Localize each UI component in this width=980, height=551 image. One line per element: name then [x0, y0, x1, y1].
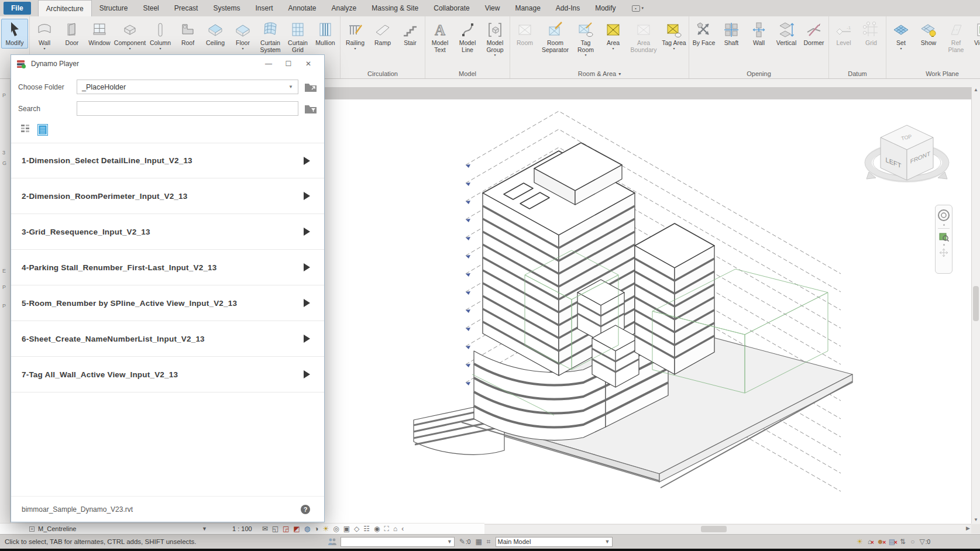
dynamo-title-bar[interactable]: Dynamo Player — ☐ ✕ [11, 55, 324, 73]
house-x-icon[interactable]: ⌂✕ [868, 538, 872, 545]
script-row-1[interactable]: 1-Dimension_Select DetailLine_Input_V2_1… [11, 143, 324, 178]
crop-region-icon[interactable]: ◱ [272, 525, 278, 532]
tool-curtain-grid[interactable]: Curtain Grid [284, 19, 311, 55]
navbar-menu-dot-2[interactable] [943, 244, 945, 246]
play-script-button[interactable] [304, 299, 310, 307]
menu-tab-massing-site[interactable]: Massing & Site [364, 0, 426, 16]
tool-ramp[interactable]: Ramp [369, 19, 396, 49]
realistic-icon[interactable]: ▣ [343, 525, 350, 532]
tool-room-separator[interactable]: Room Separator [539, 19, 572, 55]
script-row-4[interactable]: 4-Parking Stall_Renumber_First-Last_Inpu… [11, 250, 324, 285]
tool-modify[interactable]: Modify [1, 19, 28, 49]
collapse-icon[interactable]: ‹ [401, 525, 404, 532]
tool-tag-room[interactable]: Tag Room▾ [572, 19, 599, 58]
grid-view-toggle[interactable] [20, 124, 30, 136]
show-crop-icon[interactable]: ✉ [262, 525, 268, 532]
scroll-right-icon[interactable]: ▶ [966, 525, 970, 531]
tool-shaft[interactable]: Shaft [718, 19, 745, 49]
analytic-model-icon[interactable]: ⌂ [393, 525, 397, 532]
tool-set[interactable]: Set▾ [888, 19, 914, 52]
folder-dropdown[interactable]: _PlaceHolder ▼ [77, 80, 298, 94]
tool-tag-area[interactable]: Tag Area▾ [661, 19, 687, 52]
visual-style-icon[interactable]: ◇ [354, 525, 359, 532]
view-scale-button[interactable]: 1 : 100 [232, 525, 252, 532]
tool-show[interactable]: Show [915, 19, 942, 49]
link-x-icon[interactable]: ▤✕ [889, 538, 895, 545]
tool-floor[interactable]: Floor▾ [229, 19, 256, 52]
help-button[interactable]: ? [301, 505, 310, 514]
tool-by-face[interactable]: By Face [690, 19, 717, 49]
close-button[interactable]: ✕ [298, 60, 318, 68]
menu-tab-modify[interactable]: Modify [587, 0, 623, 16]
file-menu-button[interactable]: File [4, 2, 31, 15]
steering-wheel-icon[interactable] [937, 209, 950, 222]
play-script-button[interactable] [304, 157, 310, 165]
tool-model-group[interactable]: Model Group▾ [482, 19, 508, 58]
horizontal-scrollbar[interactable]: ▶ [484, 524, 971, 533]
design-options-icon[interactable]: ▦ [475, 538, 482, 545]
script-row-6[interactable]: 6-Sheet_Create_NameNumberList_Input_V2_1… [11, 321, 324, 357]
tool-ceiling[interactable]: Ceiling [202, 19, 229, 49]
filter-icon[interactable]: ▽:0 [919, 538, 930, 546]
tool-model-text[interactable]: AModel Text [427, 19, 453, 55]
ring-icon[interactable]: ○ [910, 538, 914, 545]
chevron-down-icon[interactable]: ▼ [202, 526, 215, 532]
minimize-button[interactable]: — [259, 60, 278, 68]
script-row-7[interactable]: 7-Tag All_Wall_Active View_Input_V2_13 [11, 357, 324, 392]
hide-crop-icon[interactable]: ◲ [283, 525, 289, 532]
sun-path-icon[interactable]: ☀ [322, 525, 329, 532]
play-script-button[interactable] [304, 335, 310, 343]
menu-tab-systems[interactable]: Systems [205, 0, 247, 16]
reveal-hidden-icon[interactable]: ◍ [304, 525, 310, 532]
folder-filter-icon[interactable] [304, 104, 317, 114]
tool-door[interactable]: Door [59, 19, 85, 49]
ribbon-display-toggle[interactable]: ▪ ▾ [632, 5, 644, 12]
scroll-up-icon[interactable]: ▲ [974, 87, 978, 92]
menu-tab-precast[interactable]: Precast [167, 0, 206, 16]
script-row-2[interactable]: 2-Dimension_RoomPerimeter_Input_V2_13 [11, 178, 324, 214]
editing-requests-icon[interactable]: ✎:0 [459, 538, 470, 546]
tool-wall[interactable]: Wall▾ [31, 19, 58, 52]
tool-component[interactable]: Component▾ [114, 19, 146, 52]
tool-viewer[interactable]: Viewer [970, 19, 980, 49]
play-script-button[interactable] [304, 263, 310, 271]
resize-grip[interactable] [971, 524, 980, 533]
menu-tab-annotate[interactable]: Annotate [280, 0, 324, 16]
tool-vertical[interactable]: Vertical [773, 19, 800, 49]
lighting-icon[interactable]: ◎ [333, 525, 339, 532]
exclude-options-icon[interactable]: ⌗ [487, 538, 491, 545]
menu-tab-analyze[interactable]: Analyze [324, 0, 365, 16]
maximize-button[interactable]: ☐ [278, 60, 298, 68]
navbar-menu-dot[interactable] [943, 224, 945, 226]
browse-folder-icon[interactable] [304, 82, 317, 92]
menu-tab-structure[interactable]: Structure [92, 0, 136, 16]
tool-area[interactable]: Area▾ [600, 19, 627, 52]
tool-railing[interactable]: Railing▾ [342, 19, 369, 52]
tool-dormer[interactable]: Dormer [800, 19, 827, 49]
project-browser-item[interactable]: + M_Centreline [0, 525, 202, 532]
worksharing-display-icon[interactable]: ⛶ [384, 525, 389, 532]
menu-tab-manage[interactable]: Manage [507, 0, 548, 16]
bulb-icon[interactable]: ☀ [857, 538, 863, 545]
lock-view-icon[interactable]: ◉ [374, 525, 380, 532]
menu-tab-view[interactable]: View [477, 0, 508, 16]
menu-tab-steel[interactable]: Steel [135, 0, 166, 16]
play-script-button[interactable] [304, 370, 310, 378]
tool-wall[interactable]: Wall [745, 19, 772, 49]
tool-curtain-system[interactable]: Curtain System [257, 19, 284, 55]
active-workset-dropdown[interactable]: ▼ [341, 537, 455, 547]
script-row-5[interactable]: 5-Room_Renumber by SPline_Active View_In… [11, 285, 324, 321]
tool-window[interactable]: Window [86, 19, 113, 49]
detail-level-icon[interactable]: ☷ [363, 525, 370, 532]
menu-tab-architecture[interactable]: Architecture [38, 0, 92, 16]
list-view-toggle[interactable] [37, 124, 48, 136]
shadows-icon[interactable]: ◑ [314, 525, 318, 532]
person-x-icon[interactable]: ☻✕ [876, 538, 884, 545]
temporary-hide-icon[interactable]: ◩ [293, 525, 300, 532]
search-input[interactable] [77, 101, 298, 116]
zoom-extents-icon[interactable] [938, 231, 949, 242]
menu-tab-collaborate[interactable]: Collaborate [426, 0, 477, 16]
tool-stair[interactable]: Stair [397, 19, 424, 49]
pan-icon[interactable] [939, 248, 948, 257]
design-options-dropdown[interactable]: Main Model ▼ [496, 537, 613, 547]
